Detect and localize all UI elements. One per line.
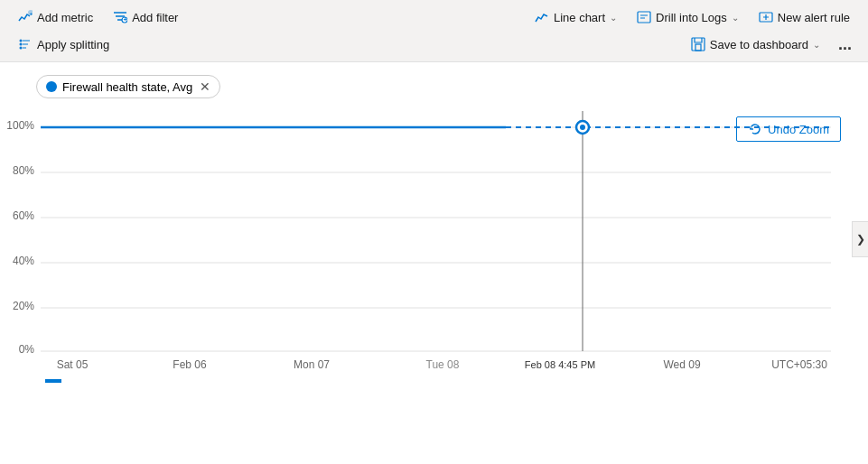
svg-text:100%: 100% — [6, 119, 34, 132]
line-chart-label: Line chart — [554, 11, 605, 24]
drill-logs-chevron-icon: ⌄ — [732, 13, 739, 23]
apply-splitting-icon — [18, 37, 33, 51]
save-dashboard-chevron-icon: ⌄ — [813, 40, 820, 50]
bottom-legend — [0, 376, 868, 383]
svg-text:UTC+05:30: UTC+05:30 — [771, 358, 827, 371]
svg-text:20%: 20% — [13, 300, 34, 312]
toolbar-row-1: + Add metric + Add filter Line — [9, 5, 859, 29]
svg-text:40%: 40% — [13, 255, 34, 267]
svg-text:Mon 07: Mon 07 — [294, 358, 330, 371]
svg-text:Feb 08 4:45 PM: Feb 08 4:45 PM — [525, 359, 595, 370]
line-chart-chevron-icon: ⌄ — [610, 13, 617, 23]
svg-point-6 — [20, 40, 23, 42]
svg-text:0%: 0% — [19, 343, 35, 356]
save-to-dashboard-label: Save to dashboard — [710, 38, 808, 51]
svg-text:80%: 80% — [13, 164, 34, 177]
add-metric-label: Add metric — [37, 11, 93, 24]
bottom-legend-color — [45, 379, 61, 383]
drill-into-logs-label: Drill into Logs — [656, 11, 727, 24]
new-alert-rule-label: New alert rule — [778, 11, 850, 24]
data-point-inner — [580, 125, 585, 130]
apply-splitting-button[interactable]: Apply splitting — [9, 32, 118, 56]
svg-text:+: + — [30, 11, 33, 16]
drill-into-logs-button[interactable]: Drill into Logs ⌄ — [628, 5, 748, 29]
new-alert-rule-icon — [759, 10, 773, 24]
chart-svg-wrapper: 100% 80% 60% 40% 20% 0% Sat 05 Fe — [0, 102, 868, 376]
line-chart-icon — [535, 10, 549, 24]
add-metric-button[interactable]: + Add metric — [9, 5, 102, 29]
toolbar: + Add metric + Add filter Line — [0, 0, 868, 62]
svg-text:Wed 09: Wed 09 — [663, 358, 700, 371]
svg-text:60%: 60% — [13, 209, 34, 222]
line-chart-button[interactable]: Line chart ⌄ — [526, 5, 626, 29]
new-alert-rule-button[interactable]: New alert rule — [750, 5, 859, 29]
svg-point-7 — [20, 43, 23, 46]
add-filter-icon: + — [113, 10, 127, 24]
toolbar-row-2: Apply splitting Save to dashboard ⌄ ... — [9, 32, 859, 56]
more-options-button[interactable]: ... — [831, 33, 859, 56]
chart-svg: 100% 80% 60% 40% 20% 0% Sat 05 Fe — [0, 102, 849, 373]
svg-rect-4 — [638, 12, 650, 23]
legend-tag[interactable]: Firewall health state, Avg ✕ — [36, 75, 220, 98]
svg-text:Sat 05: Sat 05 — [57, 358, 89, 371]
save-to-dashboard-button[interactable]: Save to dashboard ⌄ — [682, 32, 829, 56]
svg-text:Tue 08: Tue 08 — [426, 358, 460, 371]
expand-arrow[interactable]: ❯ — [852, 221, 868, 257]
save-to-dashboard-icon — [691, 37, 705, 51]
chart-container: Firewall health state, Avg ✕ Undo Zoom 1… — [0, 62, 868, 383]
add-metric-icon: + — [18, 10, 33, 24]
svg-rect-10 — [695, 44, 701, 51]
svg-point-8 — [20, 47, 23, 50]
legend-label: Firewall health state, Avg — [62, 80, 192, 94]
legend-close-icon[interactable]: ✕ — [200, 79, 210, 94]
add-filter-label: Add filter — [132, 11, 178, 24]
add-filter-button[interactable]: + Add filter — [104, 5, 187, 29]
svg-text:+: + — [124, 16, 127, 23]
svg-text:Feb 06: Feb 06 — [173, 358, 207, 371]
drill-into-logs-icon — [637, 10, 651, 24]
legend-color-dot — [46, 81, 57, 92]
apply-splitting-label: Apply splitting — [37, 38, 109, 51]
